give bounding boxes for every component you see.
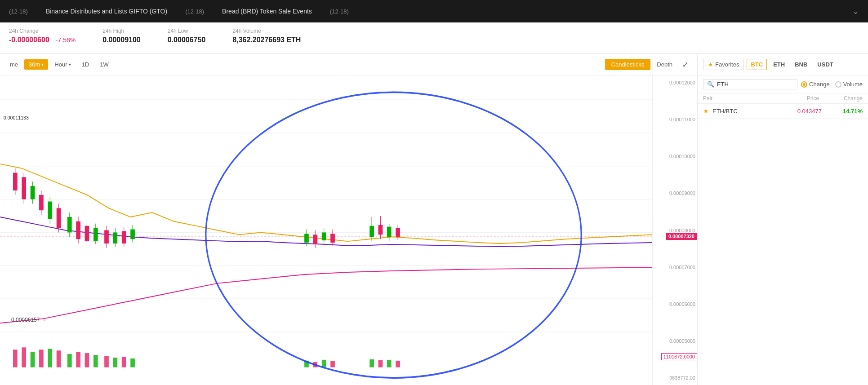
- change-pct: -7.58%: [56, 36, 76, 44]
- pair-row[interactable]: ★ ETH/BTC 0.043477 14.71%: [698, 104, 868, 119]
- radio-group: Change Volume: [801, 81, 863, 88]
- svg-rect-73: [378, 360, 383, 367]
- svg-rect-74: [387, 360, 392, 367]
- svg-rect-57: [39, 350, 44, 367]
- eth-tab[interactable]: ETH: [770, 59, 788, 70]
- depth-button[interactable]: Depth: [652, 59, 677, 70]
- svg-rect-61: [76, 352, 80, 367]
- search-input-wrap[interactable]: 🔍: [703, 79, 797, 89]
- svg-rect-58: [48, 349, 52, 367]
- bnb-tab[interactable]: BNB: [791, 59, 811, 70]
- news-date-1: (12-18): [9, 8, 28, 15]
- chart-section: me 30m Hour 1D 1W Candlesticks Depth ⤢: [0, 54, 697, 385]
- svg-rect-60: [67, 354, 72, 367]
- time-30m-button[interactable]: 30m: [24, 59, 48, 70]
- col-price-header: Price: [761, 95, 819, 102]
- low-value: 0.00006750: [168, 36, 206, 44]
- svg-rect-63: [93, 355, 98, 367]
- pair-price: 0.043477: [767, 108, 821, 115]
- favorites-button[interactable]: ★ Favorites: [703, 59, 744, 70]
- price-arrow-label: 0.00006157 →: [11, 317, 47, 323]
- svg-rect-75: [396, 361, 400, 367]
- pair-name: ETH/BTC: [712, 108, 767, 115]
- stat-24h-change: 24h Change -0.00000600 -7.58%: [9, 28, 76, 44]
- col-change-header: Change: [819, 95, 863, 102]
- volume-radio-circle: [835, 81, 841, 88]
- svg-rect-64: [104, 356, 109, 367]
- svg-rect-71: [330, 361, 335, 367]
- svg-rect-66: [122, 357, 126, 367]
- volume-radio[interactable]: Volume: [835, 81, 863, 88]
- svg-rect-54: [13, 350, 18, 367]
- chart-svg: 0.00011133: [0, 75, 652, 385]
- search-input[interactable]: [717, 81, 753, 88]
- change-label: Change: [809, 81, 830, 88]
- time-me-button[interactable]: me: [5, 59, 22, 70]
- svg-rect-56: [31, 352, 35, 367]
- time-hour-button[interactable]: Hour: [50, 59, 75, 70]
- chart-toolbar: me 30m Hour 1D 1W Candlesticks Depth ⤢: [0, 54, 697, 75]
- chart-canvas: 0.00011133: [0, 75, 697, 385]
- svg-rect-59: [57, 350, 61, 367]
- main-content: me 30m Hour 1D 1W Candlesticks Depth ⤢: [0, 54, 868, 385]
- sidebar: ★ Favorites BTC ETH BNB USDT 🔍 Change: [697, 54, 868, 385]
- svg-text:0.00011133: 0.00011133: [4, 115, 29, 120]
- price-label-8: 0.00005000: [654, 338, 695, 344]
- volume-value: 8,362.20276693 ETH: [232, 36, 301, 44]
- y-axis-labels: 0.00012000 0.00011000 0.00010000 0.00009…: [652, 75, 697, 385]
- price-label-1: 0.00012000: [654, 80, 695, 85]
- stat-24h-low: 24h Low 0.00006750: [168, 28, 206, 44]
- volume-label: Volume: [843, 81, 863, 88]
- change-radio[interactable]: Change: [801, 81, 830, 88]
- search-bar: 🔍 Change Volume: [698, 75, 868, 93]
- currency-tabs: ★ Favorites BTC ETH BNB USDT: [698, 54, 868, 75]
- price-label-6: 0.00007000: [654, 265, 695, 270]
- change-radio-circle: [801, 81, 807, 88]
- svg-rect-65: [113, 358, 118, 367]
- svg-rect-62: [85, 353, 89, 367]
- news-title-1[interactable]: Binance Distributes and Lists GIFTO (GTO…: [46, 8, 167, 15]
- usdt-tab[interactable]: USDT: [814, 59, 837, 70]
- stats-bar: 24h Change -0.00000600 -7.58% 24h High 0…: [0, 22, 868, 54]
- price-label-3: 0.00010000: [654, 154, 695, 159]
- price-label-5: 0.00008000: [654, 228, 695, 233]
- news-date-3: (12-18): [330, 8, 349, 15]
- svg-rect-70: [322, 360, 326, 367]
- pair-change: 14.71%: [822, 108, 863, 115]
- current-price-tag: 0.00007320: [666, 233, 697, 240]
- price-label-2: 0.00011000: [654, 117, 695, 122]
- svg-rect-67: [130, 358, 135, 367]
- svg-rect-72: [369, 359, 374, 367]
- search-icon: 🔍: [707, 81, 714, 88]
- price-label-4: 0.00009000: [654, 190, 695, 196]
- stat-24h-high: 24h High 0.00009100: [102, 28, 141, 44]
- time-1w-button[interactable]: 1W: [95, 59, 113, 70]
- chevron-down-icon[interactable]: ⌄: [852, 6, 859, 16]
- volume-label-1: 9838772.00: [654, 375, 695, 381]
- btc-tab[interactable]: BTC: [747, 59, 767, 70]
- col-pair-header: Pair: [703, 95, 761, 102]
- news-title-2[interactable]: Bread (BRD) Token Sale Events: [222, 8, 312, 15]
- star-icon: ★: [708, 61, 713, 68]
- price-label-7: 0.00006000: [654, 301, 695, 307]
- svg-rect-68: [304, 361, 309, 367]
- stat-24h-volume: 24h Volume 8,362.20276693 ETH: [232, 28, 301, 44]
- news-bar: (12-18) Binance Distributes and Lists GI…: [0, 0, 868, 22]
- time-1d-button[interactable]: 1D: [77, 59, 94, 70]
- volume-bottom-label: 1101672.0000: [661, 353, 697, 360]
- pair-table-header: Pair Price Change: [698, 93, 868, 104]
- svg-rect-55: [22, 347, 26, 367]
- high-value: 0.00009100: [102, 36, 141, 44]
- expand-button[interactable]: ⤢: [679, 58, 692, 71]
- favorites-label: Favorites: [715, 61, 739, 68]
- pair-star-icon[interactable]: ★: [703, 107, 709, 115]
- candlesticks-button[interactable]: Candlesticks: [605, 59, 651, 70]
- change-value: -0.00000600: [9, 36, 49, 44]
- news-date-2: (12-18): [185, 8, 204, 15]
- svg-rect-69: [313, 362, 317, 367]
